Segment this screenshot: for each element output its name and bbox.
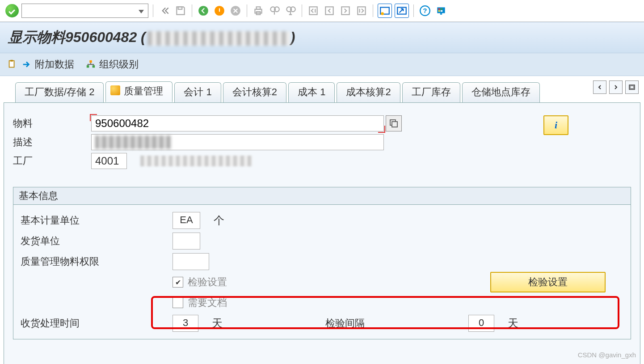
tab-accounting-1[interactable]: 会计 1	[174, 82, 221, 102]
svg-rect-30	[93, 65, 95, 68]
issue-uom-label: 发货单位	[21, 234, 173, 248]
tab-accounting-2[interactable]: 会计核算2	[223, 82, 286, 102]
material-input-wrap	[91, 115, 384, 131]
corner-br	[378, 126, 385, 133]
tab-costing-2[interactable]: 成本核算2	[337, 82, 400, 102]
tab-scroll-right[interactable]	[609, 80, 623, 94]
cancel-icon[interactable]	[229, 4, 242, 17]
command-field-wrap	[21, 4, 148, 18]
doc-req-checkbox[interactable]	[173, 297, 183, 308]
svg-rect-25	[440, 13, 442, 14]
insp-setup-checkbox[interactable]	[173, 277, 183, 288]
prev-page-icon[interactable]	[323, 4, 336, 17]
svg-rect-14	[358, 7, 365, 14]
additional-data-label: 附加数据	[35, 58, 74, 71]
find-icon[interactable]	[268, 4, 281, 17]
toolbar-sep	[413, 4, 414, 17]
new-session-icon[interactable]	[378, 4, 392, 18]
tab-nav	[593, 80, 639, 94]
toolbar-sep	[153, 4, 153, 17]
last-page-icon[interactable]	[355, 4, 368, 17]
base-uom-label: 基本计量单位	[21, 214, 173, 227]
svg-rect-27	[10, 60, 13, 62]
toolbar-sep	[192, 4, 192, 17]
find-next-icon[interactable]	[284, 4, 297, 17]
command-field[interactable]	[21, 4, 148, 18]
title-prefix: 显示物料	[8, 29, 65, 45]
svg-point-16	[381, 12, 384, 15]
print-icon[interactable]	[252, 4, 265, 17]
hierarchy-icon	[85, 59, 97, 69]
issue-uom-row: 发货单位	[21, 231, 623, 251]
gr-time-row: 收货处理时间 3 天 检验间隔 0 天	[21, 313, 623, 334]
title-obscured	[147, 31, 290, 46]
clipboard-icon	[6, 59, 18, 69]
svg-rect-24	[441, 10, 442, 12]
org-level-button[interactable]: 组织级别	[85, 58, 139, 71]
exit-icon[interactable]	[213, 4, 226, 17]
doc-req-label: 需要文档	[188, 296, 227, 309]
description-input[interactable]	[91, 134, 384, 150]
svg-rect-5	[257, 7, 261, 9]
title-number: 950600482	[65, 29, 137, 45]
sub-toolbar: 附加数据 组织级别	[0, 53, 644, 76]
tab-storage-loc-stock[interactable]: 仓储地点库存	[462, 82, 540, 102]
watermark: CSDN @gavin_gxh	[578, 351, 636, 359]
tab-quality-mgmt[interactable]: 质量管理	[105, 81, 173, 102]
material-label: 物料	[13, 117, 91, 130]
insp-interval-value[interactable]: 0	[468, 315, 494, 332]
material-input[interactable]	[91, 115, 384, 131]
insp-setup-row: 检验设置 检验设置	[21, 272, 623, 292]
tab-list-button[interactable]	[625, 80, 639, 94]
toolbar-sep	[302, 4, 302, 17]
layout-icon[interactable]	[434, 4, 448, 17]
gr-time-label: 收货处理时间	[21, 317, 173, 330]
svg-rect-13	[341, 7, 349, 14]
tab-plant-stock[interactable]: 工厂库存	[402, 82, 460, 102]
arrow-right-icon	[21, 59, 32, 69]
basic-info-group: 基本信息 基本计量单位 EA 个 发货单位 质量管理物料权限 检验设置 检验设置	[13, 187, 631, 339]
tab-costing-1[interactable]: 成本 1	[288, 82, 335, 102]
svg-rect-29	[87, 65, 89, 68]
insp-setup-button[interactable]: 检验设置	[490, 272, 606, 292]
gr-time-value[interactable]: 3	[173, 315, 198, 332]
plant-input[interactable]: 4001	[91, 153, 127, 169]
main-toolbar: ?	[0, 0, 644, 22]
svg-rect-21	[438, 8, 440, 10]
tab-scroll-left[interactable]	[593, 80, 606, 94]
help-icon[interactable]: ?	[418, 4, 432, 17]
description-label: 描述	[13, 135, 91, 149]
title-paren-close: )	[290, 29, 295, 45]
material-f4-button[interactable]	[386, 115, 402, 131]
info-button[interactable]: i	[543, 115, 568, 135]
next-page-icon[interactable]	[339, 4, 352, 17]
svg-text:?: ?	[423, 7, 427, 14]
qm-auth-row: 质量管理物料权限	[21, 251, 623, 272]
tab-plant-storage-2[interactable]: 工厂数据/存储 2	[15, 82, 104, 102]
issue-uom-value[interactable]	[173, 233, 200, 250]
plant-row: 工厂 4001	[13, 153, 631, 169]
toolbar-sep	[373, 4, 373, 17]
base-uom-row: 基本计量单位 EA 个	[21, 210, 623, 231]
svg-rect-0	[178, 7, 182, 9]
back-icon[interactable]	[197, 4, 210, 17]
save-icon[interactable]	[174, 4, 187, 17]
basic-info-body: 基本计量单位 EA 个 发货单位 质量管理物料权限 检验设置 检验设置 需要文档	[13, 205, 631, 339]
svg-point-1	[198, 6, 208, 16]
org-level-label: 组织级别	[99, 58, 139, 71]
description-row: 描述	[13, 134, 631, 150]
shortcut-icon[interactable]	[395, 4, 409, 18]
svg-rect-32	[630, 86, 634, 89]
description-obscured	[95, 135, 171, 149]
additional-data-button[interactable]: 附加数据	[6, 58, 74, 71]
material-row: 物料	[13, 115, 631, 131]
svg-rect-23	[438, 10, 440, 12]
collapse-icon[interactable]	[158, 4, 171, 17]
plant-label: 工厂	[13, 154, 91, 168]
first-page-icon[interactable]	[307, 4, 320, 17]
qm-auth-value[interactable]	[173, 253, 209, 270]
ok-icon[interactable]	[5, 4, 19, 17]
insp-interval-unit: 天	[508, 316, 518, 330]
base-uom-value[interactable]: EA	[173, 212, 200, 229]
title-paren-open: (	[137, 29, 146, 45]
